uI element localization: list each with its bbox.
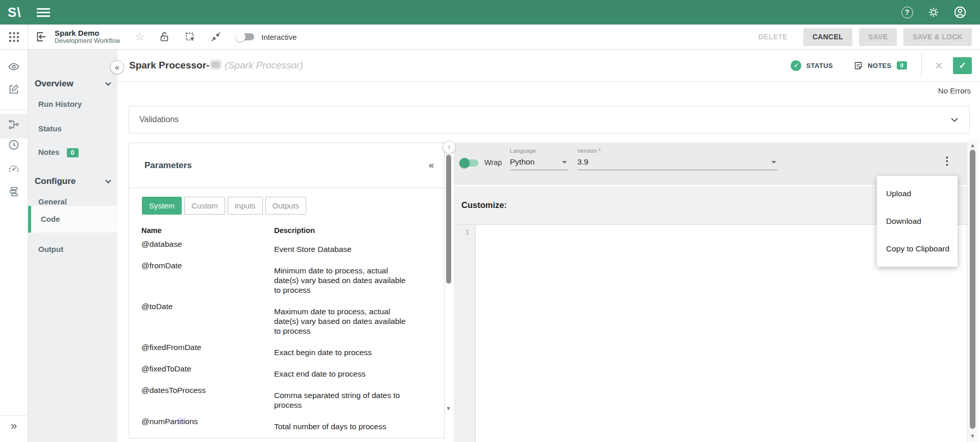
validation-status-text: No Errors [938,86,971,95]
nav-section-configure[interactable]: Configure [35,176,111,187]
expand-rail-button[interactable]: » [11,420,17,433]
param-description: Total number of days to process [274,417,411,431]
interactive-toggle[interactable] [237,33,254,40]
nav-item-general[interactable]: General [38,197,67,206]
help-button[interactable]: ? [900,6,914,19]
apps-grid-button[interactable] [0,25,28,49]
tab-system[interactable]: System [142,197,182,215]
select-mode-button[interactable] [184,31,196,43]
history-button[interactable] [8,139,20,151]
nav-item-code[interactable]: Code [28,206,117,232]
scroll-up-arrow[interactable]: ▲ [967,142,978,148]
scroll-down-arrow[interactable]: ▼ [967,433,978,439]
drag-handle-icon: ‖ [448,144,451,150]
save-button[interactable]: SAVE [859,28,897,46]
collapse-parameters-button[interactable]: « [429,160,434,171]
version-select[interactable]: Version * 3.9 [577,148,777,170]
version-value: 3.9 [577,157,589,167]
nav-item-output[interactable]: Output [38,245,63,253]
pipeline-view-button[interactable] [8,119,20,130]
tab-custom[interactable]: Custom [184,197,225,215]
chevron-down-icon [105,82,111,86]
workflow-type: Development Workflow [55,37,120,44]
param-name: @toDate [129,302,274,336]
splitter-drag-handle[interactable]: ‖ [443,141,456,154]
processor-name[interactable]: Spark Processor- [129,60,220,71]
parameters-table: @database Event Store Database @fromDate… [129,240,444,431]
processor-name-placeholder: (Spark Processor) [225,60,303,71]
menu-item-copy-to-clipboard[interactable]: Copy to Clipboard [877,235,958,263]
detail-pane: « Spark Processor- (Spark Processor) ✓ S… [117,50,980,442]
workflow-name: Spark Demo [55,29,120,37]
menu-item-download[interactable]: Download [877,207,958,235]
param-description: Minimum date to process, actual date(s) … [274,261,411,295]
close-icon: × [935,58,943,73]
edit-button[interactable] [8,84,19,95]
param-name: @database [129,240,274,254]
data-stack-button[interactable] [8,186,19,197]
toggle-knob [235,32,246,42]
workflow-title-block: Spark Demo Development Workflow [55,29,120,45]
scroll-down-arrow[interactable]: ▼ [446,405,451,411]
app-window: S\ ? [0,0,980,442]
favorite-button[interactable]: ☆ [134,30,144,43]
notes-button[interactable]: NOTES 0 [853,61,907,71]
menu-item-upload[interactable]: Upload [877,180,958,207]
settings-button[interactable] [927,6,940,19]
close-button[interactable]: × [935,59,943,72]
nav-section-overview[interactable]: Overview [35,79,111,89]
rail-divider [0,415,28,416]
nav-item-run-history[interactable]: Run History [38,100,82,108]
icon-rail: » [0,50,28,442]
processor-header: Spark Processor- (Spark Processor) ✓ STA… [117,50,980,82]
toggle-knob [459,158,470,168]
nav-item-status[interactable]: Status [38,124,62,133]
editor-gutter: 1 [454,225,476,442]
clock-icon [8,139,20,151]
eye-icon [8,61,20,73]
wrap-label: Wrap [484,158,502,167]
metrics-button[interactable] [8,163,20,175]
page-scrollbar-thumb[interactable] [970,150,975,429]
interactive-label: Interactive [261,33,297,41]
panel-splitter[interactable]: ‖ ▼ [445,143,454,438]
compose-icon [8,84,19,95]
tab-outputs[interactable]: Outputs [265,197,307,215]
collapse-nav-button[interactable]: « [110,60,124,74]
page-scrollbar[interactable]: ▲ ▼ [967,141,978,442]
save-lock-button[interactable]: SAVE & LOCK [903,28,972,46]
chevron-down-icon [951,118,958,122]
code-menu-button[interactable]: ⋮ [942,155,952,167]
preview-button[interactable] [8,61,20,73]
confirm-button[interactable]: ✓ [953,57,972,74]
parameters-scrollbar-thumb[interactable] [446,155,451,284]
parameters-header: Parameters « [129,143,444,188]
language-select[interactable]: Language Python [510,148,568,170]
param-name: @numPartitions [129,417,274,431]
parameters-tabs: System Custom Inputs Outputs [142,197,444,215]
param-name: @fixedToDate [129,364,274,379]
wrap-toggle[interactable] [461,159,478,167]
stack-icon [8,186,19,197]
table-row: @toDate Maximum date to process, actual … [129,302,444,336]
open-workflow-button[interactable] [35,31,47,43]
fit-view-button[interactable] [210,31,222,42]
rail-divider [0,110,28,110]
validations-label: Validations [139,115,179,124]
delete-button[interactable]: DELETE [749,28,797,46]
account-button[interactable] [953,6,967,19]
top-app-bar: S\ ? [0,0,980,25]
parameters-title: Parameters [144,160,192,171]
language-value: Python [510,157,534,167]
active-indicator [28,206,31,232]
cancel-button[interactable]: CANCEL [803,28,852,46]
chevron-down-icon [105,179,111,183]
tab-inputs[interactable]: Inputs [228,197,263,215]
nav-item-notes[interactable]: Notes 0 [38,148,79,157]
parameters-panel: Parameters « System Custom Inputs Output… [129,143,445,438]
validations-panel[interactable]: Validations [129,106,970,133]
line-number: 1 [465,228,469,236]
lock-button[interactable] [159,31,170,42]
hamburger-menu-icon[interactable] [37,6,50,19]
status-label[interactable]: STATUS [806,62,832,69]
